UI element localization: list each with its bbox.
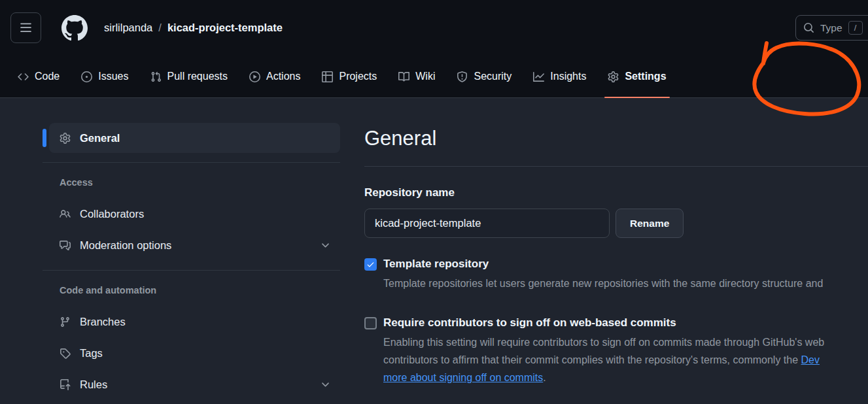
sidebar-item-label: Collaborators [80, 208, 144, 220]
tab-insights[interactable]: Insights [527, 56, 592, 97]
tab-label: Projects [339, 71, 377, 82]
section-divider [364, 166, 868, 167]
three-bars-icon [20, 22, 32, 34]
sidebar-item-general[interactable]: General [49, 123, 340, 153]
breadcrumb-owner[interactable]: sirlilpanda [104, 22, 152, 34]
graph-icon [533, 71, 544, 82]
tab-label: Code [35, 71, 60, 82]
sidebar-item-rules[interactable]: Rules [43, 369, 340, 400]
table-icon [322, 71, 333, 82]
tab-issues[interactable]: Issues [75, 56, 134, 97]
sidebar-section-access: Access [43, 177, 340, 188]
search-icon [803, 22, 814, 33]
tab-label: Security [474, 71, 512, 82]
signoff-description-line3: more about signing off on commits. [383, 369, 868, 386]
github-settings-page: sirlilpanda / kicad-project-template Typ… [0, 0, 868, 404]
tab-wiki[interactable]: Wiki [392, 56, 441, 97]
slash-key-hint: / [848, 21, 863, 35]
tab-label: Issues [98, 71, 128, 82]
tab-settings[interactable]: Settings [602, 56, 672, 97]
template-repository-checkbox[interactable] [364, 258, 377, 271]
tab-actions[interactable]: Actions [243, 56, 306, 97]
sidebar-item-label: Rules [80, 379, 107, 391]
settings-sidebar: General Access Collaborators Moderation … [43, 123, 340, 400]
global-nav-menu-button[interactable] [10, 12, 41, 43]
signoff-description-line1: Enabling this setting will require contr… [383, 333, 868, 351]
tab-label: Insights [550, 71, 586, 82]
issue-opened-icon [81, 71, 92, 82]
breadcrumb-repo[interactable]: kicad-project-template [167, 22, 283, 34]
tab-label: Actions [266, 71, 300, 82]
sidebar-item-label: Branches [80, 316, 126, 328]
sidebar-item-label: Tags [80, 347, 103, 360]
page-title: General [364, 126, 868, 152]
git-pull-request-icon [150, 71, 162, 82]
app-header: sirlilpanda / kicad-project-template Typ… [0, 0, 868, 56]
repository-name-input[interactable] [364, 209, 610, 238]
sidebar-divider [43, 270, 340, 271]
signoff-description: Enabling this setting will require contr… [383, 333, 868, 386]
rename-button[interactable]: Rename [616, 209, 684, 238]
chevron-down-icon[interactable] [320, 379, 331, 390]
sidebar-item-tags[interactable]: Tags [43, 337, 340, 369]
signoff-learn-more-link[interactable]: more about signing off on commits [383, 372, 543, 383]
tab-pull-requests[interactable]: Pull requests [145, 56, 234, 97]
github-mark-icon[interactable] [61, 15, 88, 41]
chevron-down-icon[interactable] [320, 240, 331, 251]
tab-label: Pull requests [167, 71, 228, 82]
check-icon [366, 260, 375, 269]
tab-label: Wiki [415, 71, 435, 82]
dco-link[interactable]: Dev [801, 354, 820, 365]
sidebar-item-label: Moderation options [80, 239, 171, 252]
sidebar-divider [43, 162, 340, 163]
breadcrumb-separator: / [158, 22, 162, 34]
template-repository-row: Template repository [364, 258, 868, 271]
settings-general-panel: General Repository name Rename Template … [364, 123, 868, 404]
sidebar-item-moderation-options[interactable]: Moderation options [43, 229, 340, 261]
sidebar-item-collaborators[interactable]: Collaborators [43, 198, 340, 229]
template-repository-label[interactable]: Template repository [383, 258, 489, 271]
breadcrumb: sirlilpanda / kicad-project-template [104, 22, 283, 34]
template-repository-description: Template repositories let users generate… [383, 275, 868, 292]
selected-item-accent-bar [43, 129, 46, 147]
global-search[interactable]: Type / [795, 15, 868, 41]
signoff-row: Require contributors to sign off on web-… [364, 316, 868, 329]
tag-icon [60, 348, 71, 359]
comment-discussion-icon [60, 240, 71, 251]
signoff-checkbox[interactable] [364, 317, 377, 329]
signoff-description-period: . [543, 372, 546, 383]
git-branch-icon [60, 316, 71, 328]
repo-push-icon [60, 379, 71, 390]
play-icon [249, 71, 260, 82]
sidebar-section-code-and-automation: Code and automation [43, 285, 340, 295]
repo-nav-tabs: Code Issues Pull requests Actions Projec… [0, 56, 868, 98]
signoff-description-line2-text: contributors to affirm that their commit… [383, 354, 801, 365]
signoff-description-line2: contributors to affirm that their commit… [383, 351, 868, 369]
code-icon [18, 71, 29, 82]
rename-row: Rename [364, 209, 868, 238]
tab-security[interactable]: Security [451, 56, 517, 97]
book-icon [398, 71, 409, 82]
people-icon [60, 209, 71, 220]
tab-label: Settings [625, 71, 666, 82]
search-placeholder: Type [820, 22, 842, 34]
shield-icon [457, 71, 468, 82]
sidebar-item-branches[interactable]: Branches [43, 306, 340, 337]
gear-icon [60, 133, 71, 144]
repository-name-label: Repository name [364, 186, 868, 199]
gear-icon [608, 71, 619, 82]
sidebar-item-label: General [80, 132, 120, 144]
tab-code[interactable]: Code [12, 56, 65, 97]
tab-projects[interactable]: Projects [316, 56, 383, 97]
signoff-label[interactable]: Require contributors to sign off on web-… [383, 316, 676, 329]
